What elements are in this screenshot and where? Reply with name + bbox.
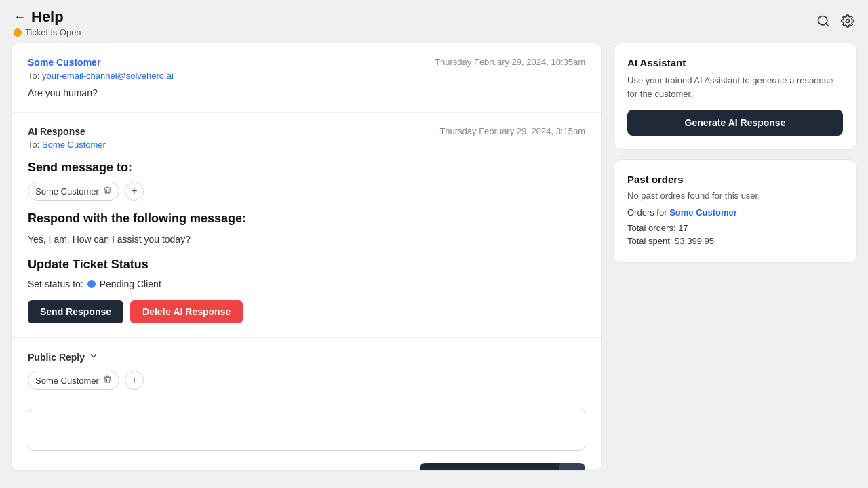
ticket-status-dot — [14, 28, 22, 37]
ai-recipient-delete-icon[interactable] — [103, 186, 112, 197]
delete-ai-response-button[interactable]: Delete AI Response — [130, 300, 243, 323]
status-dot-blue — [87, 280, 96, 288]
header-title: ← Help — [14, 8, 81, 26]
total-spent: Total spent: $3,399.95 — [627, 236, 843, 246]
public-reply-header[interactable]: Public Reply — [28, 351, 585, 363]
ai-assistant-title: AI Assistant — [627, 57, 843, 68]
ai-assistant-description: Use your trained AI Assistant to generat… — [627, 74, 843, 100]
left-panel: Some Customer Thursday February 29, 2024… — [11, 43, 602, 471]
reply-recipient-delete-icon[interactable] — [103, 375, 112, 386]
ai-actions-row: Send Response Delete AI Response — [28, 300, 585, 323]
search-button[interactable] — [816, 14, 830, 31]
update-status-heading: Update Ticket Status — [28, 258, 585, 272]
submit-dropdown-button[interactable] — [559, 463, 585, 471]
orders-for: Orders for Some Customer — [627, 207, 843, 218]
message-to: To: your-email-channel@solvehero.ai — [28, 70, 585, 81]
to-email[interactable]: your-email-channel@solvehero.ai — [42, 70, 174, 81]
total-orders: Total orders: 17 — [627, 223, 843, 233]
update-status-section: Update Ticket Status Set status to: Pend… — [28, 258, 585, 289]
past-orders-title: Past orders — [627, 174, 843, 185]
ai-recipient-name: Some Customer — [35, 186, 99, 197]
message-header: Some Customer Thursday February 29, 2024… — [28, 57, 585, 68]
reply-recipient-chip: Some Customer — [28, 371, 119, 390]
customer-message-section: Some Customer Thursday February 29, 2024… — [12, 43, 601, 113]
status-line: Set status to: Pending Client — [28, 279, 585, 289]
customer-name[interactable]: Some Customer — [28, 57, 100, 68]
ai-recipient-chip: Some Customer — [28, 182, 119, 201]
status-value: Pending Client — [100, 279, 161, 289]
ai-response-header: AI Response Thursday February 29, 2024, … — [28, 126, 585, 137]
message-timestamp: Thursday February 29, 2024, 10:35am — [435, 57, 585, 67]
right-panel: AI Assistant Use your trained AI Assista… — [613, 43, 857, 471]
orders-customer-name[interactable]: Some Customer — [669, 207, 737, 218]
send-response-button[interactable]: Send Response — [28, 300, 123, 323]
header-icons — [816, 14, 854, 31]
ai-add-recipient-button[interactable]: + — [125, 182, 144, 201]
ticket-status-label: Ticket is Open — [25, 27, 81, 37]
header-left: ← Help Ticket is Open — [14, 8, 81, 37]
respond-message: Yes, I am. How can I assist you today? — [28, 232, 585, 247]
submit-row: Submit as Pending Client — [28, 463, 585, 471]
submit-button-group: Submit as Pending Client — [420, 463, 585, 471]
public-reply-label: Public Reply — [28, 352, 85, 363]
generate-ai-response-button[interactable]: Generate AI Response — [627, 110, 843, 136]
submit-pending-client-button[interactable]: Submit as Pending Client — [420, 463, 559, 471]
ticket-status: Ticket is Open — [14, 27, 81, 37]
respond-heading: Respond with the following message: — [28, 211, 585, 226]
orders-for-label: Orders for — [627, 207, 667, 218]
ai-response-title: AI Response — [28, 126, 85, 137]
ai-to: To: Some Customer — [28, 140, 585, 150]
svg-point-2 — [846, 20, 850, 23]
settings-button[interactable] — [841, 14, 854, 31]
ai-assistant-card: AI Assistant Use your trained AI Assista… — [613, 43, 857, 150]
back-button[interactable]: ← — [14, 10, 26, 24]
message-body: Are you human? — [28, 87, 585, 98]
ai-recipients-row: Some Customer + — [28, 182, 585, 201]
reply-textarea[interactable] — [28, 409, 585, 451]
public-reply-section: Public Reply Some Customer + — [12, 338, 601, 471]
chevron-down-icon — [89, 351, 98, 363]
svg-line-1 — [826, 24, 829, 26]
to-label: To: — [28, 70, 39, 81]
ai-to-name[interactable]: Some Customer — [42, 140, 106, 150]
send-message-heading: Send message to: — [28, 161, 585, 175]
main-layout: Some Customer Thursday February 29, 2024… — [0, 43, 868, 482]
status-label: Set status to: — [28, 279, 83, 289]
past-orders-card: Past orders No past ordres found for thi… — [613, 159, 857, 263]
page-title: Help — [31, 8, 64, 26]
no-orders-text: No past ordres found for this user. — [627, 190, 843, 201]
ai-to-label: To: — [28, 140, 39, 150]
reply-add-recipient-button[interactable]: + — [125, 371, 144, 390]
ai-response-section: AI Response Thursday February 29, 2024, … — [12, 113, 601, 338]
reply-recipients-row: Some Customer + — [28, 371, 585, 390]
ai-response-timestamp: Thursday February 29, 2024, 3:15pm — [439, 126, 585, 136]
reply-recipient-name: Some Customer — [35, 375, 99, 386]
header: ← Help Ticket is Open — [0, 0, 868, 43]
